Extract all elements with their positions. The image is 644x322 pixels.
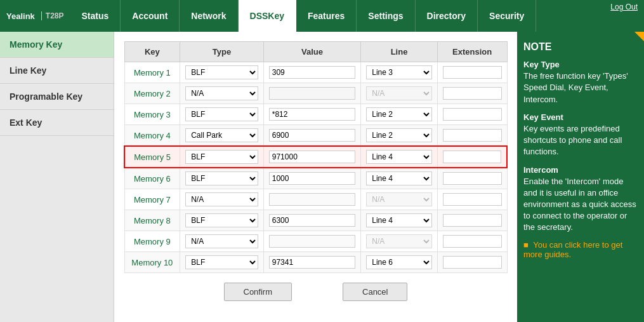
line-select-8[interactable]: Line 1Line 2Line 3Line 4Line 5Line 6	[366, 213, 432, 227]
row-type-3[interactable]: N/ABLFSpeed DialKey EventIntercomCall Pa…	[180, 104, 264, 125]
row-type-8[interactable]: N/ABLFSpeed DialKey EventIntercomCall Pa…	[180, 210, 264, 231]
row-type-7[interactable]: N/ABLFSpeed DialKey EventIntercomCall Pa…	[180, 189, 264, 210]
row-ext-5[interactable]	[437, 146, 507, 168]
row-ext-9[interactable]	[437, 231, 507, 252]
row-value-5[interactable]	[263, 146, 360, 168]
line-select-4[interactable]: Line 1Line 2Line 3Line 4Line 5Line 6	[366, 128, 432, 142]
row-ext-7[interactable]	[437, 189, 507, 210]
row-line-9[interactable]: N/A	[361, 231, 438, 252]
row-value-3[interactable]	[263, 104, 360, 125]
value-input-2[interactable]	[269, 87, 355, 100]
row-line-8[interactable]: Line 1Line 2Line 3Line 4Line 5Line 6	[361, 210, 438, 231]
ext-input-10[interactable]	[443, 256, 502, 269]
row-value-1[interactable]	[263, 62, 360, 83]
sidebar: Memory Key Line Key Programable Key Ext …	[0, 32, 114, 322]
logout-button[interactable]: Log Out	[610, 3, 638, 11]
row-type-4[interactable]: N/ABLFSpeed DialKey EventIntercomCall Pa…	[180, 125, 264, 147]
ext-input-9[interactable]	[443, 235, 502, 248]
tab-settings[interactable]: Settings	[357, 0, 415, 32]
type-select-1[interactable]: N/ABLFSpeed DialKey EventIntercomCall Pa…	[185, 65, 258, 79]
line-select-5[interactable]: Line 1Line 2Line 3Line 4Line 5Line 6	[366, 150, 432, 164]
brand-name: Yealink	[6, 11, 35, 21]
row-value-8[interactable]	[263, 210, 360, 231]
value-input-10[interactable]	[269, 256, 355, 269]
row-line-10[interactable]: Line 1Line 2Line 3Line 4Line 5Line 6	[361, 252, 438, 273]
row-type-5[interactable]: N/ABLFSpeed DialKey EventIntercomCall Pa…	[180, 146, 264, 168]
cancel-button[interactable]: Cancel	[343, 283, 407, 301]
row-line-5[interactable]: Line 1Line 2Line 3Line 4Line 5Line 6	[361, 146, 438, 168]
ext-input-1[interactable]	[443, 66, 502, 79]
tab-features[interactable]: Features	[296, 0, 357, 32]
ext-input-7[interactable]	[443, 193, 502, 206]
ext-input-3[interactable]	[443, 108, 502, 121]
value-input-7[interactable]	[269, 193, 355, 206]
tab-network[interactable]: Network	[180, 0, 238, 32]
line-select-7[interactable]: N/A	[366, 192, 432, 206]
value-input-4[interactable]	[269, 129, 355, 142]
row-type-9[interactable]: N/ABLFSpeed DialKey EventIntercomCall Pa…	[180, 231, 264, 252]
ext-input-2[interactable]	[443, 87, 502, 100]
ext-input-6[interactable]	[443, 172, 502, 185]
sidebar-item-programable-key[interactable]: Programable Key	[0, 84, 114, 110]
row-key-1: Memory 1	[124, 62, 180, 83]
row-type-2[interactable]: N/ABLFSpeed DialKey EventIntercomCall Pa…	[180, 83, 264, 104]
row-ext-1[interactable]	[437, 62, 507, 83]
row-value-2[interactable]	[263, 83, 360, 104]
line-select-9[interactable]: N/A	[366, 234, 432, 248]
row-ext-2[interactable]	[437, 83, 507, 104]
value-input-3[interactable]	[269, 108, 355, 121]
ext-input-8[interactable]	[443, 214, 502, 227]
value-input-6[interactable]	[269, 172, 355, 185]
type-select-8[interactable]: N/ABLFSpeed DialKey EventIntercomCall Pa…	[185, 213, 258, 227]
row-key-8: Memory 8	[124, 210, 180, 231]
row-line-4[interactable]: Line 1Line 2Line 3Line 4Line 5Line 6	[361, 125, 438, 147]
row-value-4[interactable]	[263, 125, 360, 147]
type-select-6[interactable]: N/ABLFSpeed DialKey EventIntercomCall Pa…	[185, 171, 258, 185]
sidebar-item-ext-key[interactable]: Ext Key	[0, 110, 114, 136]
tab-security[interactable]: Security	[478, 0, 536, 32]
value-input-9[interactable]	[269, 235, 355, 248]
tab-directory[interactable]: Directory	[416, 0, 478, 32]
row-line-7[interactable]: N/A	[361, 189, 438, 210]
row-type-10[interactable]: N/ABLFSpeed DialKey EventIntercomCall Pa…	[180, 252, 264, 273]
row-ext-4[interactable]	[437, 125, 507, 147]
row-line-1[interactable]: Line 1Line 2Line 3Line 4Line 5Line 6	[361, 62, 438, 83]
note-more-guides-link[interactable]: ■ You can click here to get more guides.	[523, 240, 638, 259]
type-select-2[interactable]: N/ABLFSpeed DialKey EventIntercomCall Pa…	[185, 86, 258, 100]
value-input-8[interactable]	[269, 214, 355, 227]
ext-input-5[interactable]	[443, 151, 501, 163]
row-value-7[interactable]	[263, 189, 360, 210]
line-select-6[interactable]: Line 1Line 2Line 3Line 4Line 5Line 6	[366, 171, 432, 185]
row-value-10[interactable]	[263, 252, 360, 273]
line-select-10[interactable]: Line 1Line 2Line 3Line 4Line 5Line 6	[366, 255, 432, 269]
tab-dsskey[interactable]: DSSKey	[239, 0, 296, 32]
tab-account[interactable]: Account	[121, 0, 180, 32]
line-select-2[interactable]: N/A	[366, 86, 432, 100]
row-ext-10[interactable]	[437, 252, 507, 273]
type-select-10[interactable]: N/ABLFSpeed DialKey EventIntercomCall Pa…	[185, 255, 258, 269]
row-line-3[interactable]: Line 1Line 2Line 3Line 4Line 5Line 6	[361, 104, 438, 125]
type-select-4[interactable]: N/ABLFSpeed DialKey EventIntercomCall Pa…	[185, 128, 258, 142]
row-line-6[interactable]: Line 1Line 2Line 3Line 4Line 5Line 6	[361, 168, 438, 189]
row-type-1[interactable]: N/ABLFSpeed DialKey EventIntercomCall Pa…	[180, 62, 264, 83]
confirm-button[interactable]: Confirm	[224, 283, 292, 301]
row-line-2[interactable]: N/A	[361, 83, 438, 104]
value-input-5[interactable]	[269, 151, 355, 163]
type-select-3[interactable]: N/ABLFSpeed DialKey EventIntercomCall Pa…	[185, 107, 258, 121]
type-select-9[interactable]: N/ABLFSpeed DialKey EventIntercomCall Pa…	[185, 234, 258, 248]
type-select-7[interactable]: N/ABLFSpeed DialKey EventIntercomCall Pa…	[185, 192, 258, 206]
tab-status[interactable]: Status	[70, 0, 121, 32]
sidebar-item-memory-key[interactable]: Memory Key	[0, 32, 114, 58]
ext-input-4[interactable]	[443, 129, 502, 142]
line-select-1[interactable]: Line 1Line 2Line 3Line 4Line 5Line 6	[366, 65, 432, 79]
sidebar-item-line-key[interactable]: Line Key	[0, 58, 114, 84]
row-ext-8[interactable]	[437, 210, 507, 231]
row-value-6[interactable]	[263, 168, 360, 189]
value-input-1[interactable]	[269, 66, 355, 79]
row-ext-6[interactable]	[437, 168, 507, 189]
row-ext-3[interactable]	[437, 104, 507, 125]
type-select-5[interactable]: N/ABLFSpeed DialKey EventIntercomCall Pa…	[185, 150, 258, 164]
row-value-9[interactable]	[263, 231, 360, 252]
row-type-6[interactable]: N/ABLFSpeed DialKey EventIntercomCall Pa…	[180, 168, 264, 189]
line-select-3[interactable]: Line 1Line 2Line 3Line 4Line 5Line 6	[366, 107, 432, 121]
